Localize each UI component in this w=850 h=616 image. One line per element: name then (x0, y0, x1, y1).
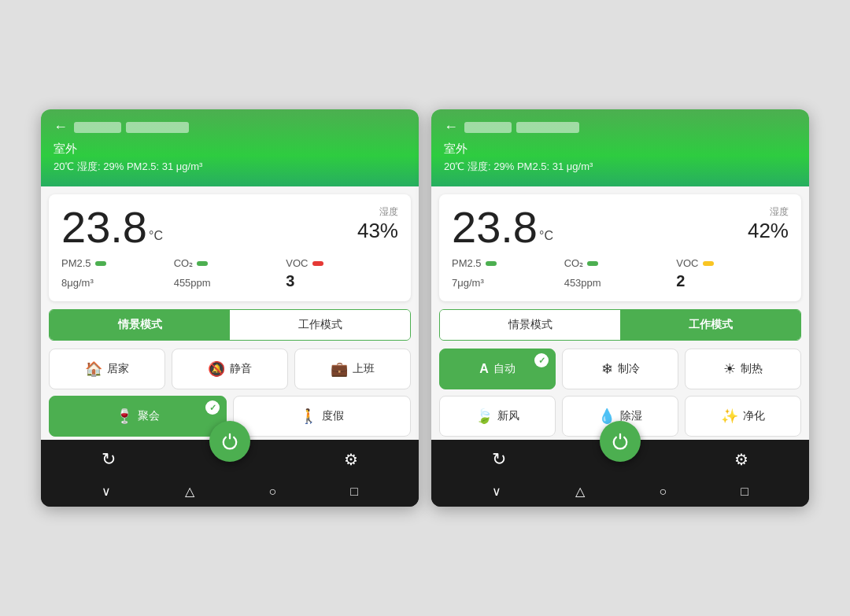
co2-label-1: CO₂ (174, 257, 194, 269)
power-button-1[interactable] (209, 421, 250, 462)
pm25-sensor-2: PM2.5 7μg/m³ (452, 257, 564, 290)
android-nav-1: ∨ △ ○ □ (41, 476, 419, 507)
heat-icon-2: ☀ (723, 360, 736, 378)
home-icon-1: 🏠 (85, 360, 102, 378)
cool-icon-2: ❄ (601, 360, 613, 378)
voc-value-1: 3 (286, 272, 398, 290)
temp-unit-2: °C (539, 229, 553, 243)
auto-label-2: 自动 (493, 362, 516, 376)
voc-dot-1 (312, 261, 323, 266)
check-badge-2: ✓ (534, 353, 549, 367)
bottom-nav-2: ↻ ⚙ ∨ △ ○ □ (431, 440, 809, 507)
mode-vacation-1[interactable]: 🚶 度假 (233, 396, 411, 437)
cool-label-2: 制冷 (618, 362, 640, 376)
humidity-label-2: 湿度 (748, 205, 789, 219)
vacation-label-1: 度假 (322, 409, 344, 423)
main-card-2: 23.8 °C 湿度 42% PM2.5 7μg/m³ CO₂ (439, 194, 801, 301)
android-back-2[interactable]: ∨ (492, 484, 501, 499)
outdoor-label-1: 室外 (54, 142, 406, 157)
co2-value-2: 453ppm (564, 272, 677, 290)
android-back-1[interactable]: ∨ (102, 484, 111, 499)
co2-value-1: 455ppm (174, 272, 286, 290)
heat-label-2: 制热 (741, 362, 763, 376)
humidity-label-1: 湿度 (357, 205, 398, 219)
voc-label-2: VOC (676, 257, 698, 269)
voc-value-2: 2 (676, 272, 789, 290)
tab-work-2[interactable]: 工作模式 (620, 310, 800, 340)
home-label-1: 居家 (107, 362, 129, 376)
tabs-1: 情景模式 工作模式 (49, 309, 411, 341)
mode-work-1[interactable]: 💼 上班 (294, 349, 411, 389)
power-button-2[interactable] (600, 421, 641, 462)
pm25-dot-1 (95, 261, 106, 266)
party-label-1: 聚会 (138, 409, 160, 423)
mode-purify-2[interactable]: ✨ 净化 (685, 396, 801, 437)
android-nav-2: ∨ △ ○ □ (431, 476, 809, 507)
android-recent-2[interactable]: ○ (659, 485, 667, 499)
phone-panel-2: ← 室外 20℃ 湿度: 29% PM2.5: 31 μg/m³ 23.8 °C… (431, 109, 809, 507)
silent-icon-1: 🔕 (208, 360, 225, 378)
voc-dot-2 (703, 261, 714, 266)
auto-icon-2: A (479, 362, 489, 376)
tab-scene-2[interactable]: 情景模式 (440, 310, 620, 340)
title-block-4 (516, 122, 579, 133)
pm25-sensor-1: PM2.5 8μg/m³ (61, 257, 174, 290)
pm25-label-1: PM2.5 (61, 257, 91, 269)
android-home-1[interactable]: △ (185, 484, 194, 499)
temperature-1: 23.8 (61, 205, 147, 249)
fresh-icon-2: 🍃 (475, 408, 493, 425)
purify-icon-2: ✨ (721, 408, 738, 425)
mode-fresh-2[interactable]: 🍃 新风 (439, 396, 556, 437)
android-home-2[interactable]: △ (575, 484, 585, 499)
pm25-dot-2 (486, 261, 497, 266)
mode-cool-2[interactable]: ❄ 制冷 (562, 349, 678, 389)
mode-auto-2[interactable]: A 自动 ✓ (439, 349, 556, 389)
main-card-1: 23.8 °C 湿度 43% PM2.5 8μg/m³ CO₂ (49, 194, 411, 301)
header-2: ← 室外 20℃ 湿度: 29% PM2.5: 31 μg/m³ (431, 109, 809, 186)
mode-home-1[interactable]: 🏠 居家 (49, 349, 165, 389)
title-block-3 (464, 122, 512, 133)
header-1: ← 室外 20℃ 湿度: 29% PM2.5: 31 μg/m³ (41, 109, 419, 186)
voc-sensor-2: VOC 2 (676, 257, 789, 290)
android-square-1[interactable]: □ (350, 485, 358, 499)
back-button-1[interactable]: ← (54, 119, 68, 135)
co2-dot-2 (587, 261, 598, 266)
work-row-top-2: A 自动 ✓ ❄ 制冷 ☀ 制热 (439, 349, 801, 389)
co2-sensor-2: CO₂ 453ppm (564, 257, 677, 290)
vacation-icon-1: 🚶 (300, 408, 317, 425)
voc-sensor-1: VOC 3 (286, 257, 398, 290)
refresh-button-1[interactable]: ↻ (102, 449, 116, 470)
temperature-2: 23.8 (452, 205, 538, 249)
temp-unit-1: °C (149, 229, 163, 243)
humidity-value-2: 42% (748, 219, 789, 243)
pm25-value-2: 7μg/m³ (452, 272, 564, 290)
refresh-button-2[interactable]: ↻ (492, 449, 506, 470)
silent-label-1: 静音 (230, 362, 252, 376)
mode-heat-2[interactable]: ☀ 制热 (685, 349, 801, 389)
outdoor-label-2: 室外 (444, 142, 796, 157)
humidity-value-1: 43% (357, 219, 398, 243)
fresh-label-2: 新风 (497, 409, 519, 423)
tab-scene-1[interactable]: 情景模式 (50, 310, 230, 340)
purify-label-2: 净化 (743, 409, 765, 423)
android-recent-1[interactable]: ○ (268, 485, 276, 499)
pm25-value-1: 8μg/m³ (61, 272, 174, 290)
title-block-2 (126, 122, 189, 133)
pm25-label-2: PM2.5 (452, 257, 482, 269)
outdoor-stats-2: 20℃ 湿度: 29% PM2.5: 31 μg/m³ (444, 160, 796, 174)
mode-party-1[interactable]: 🍷 聚会 ✓ (49, 396, 227, 437)
scene-row-top-1: 🏠 居家 🔕 静音 💼 上班 (49, 349, 411, 389)
party-icon-1: 🍷 (116, 408, 133, 425)
phone-panel-1: ← 室外 20℃ 湿度: 29% PM2.5: 31 μg/m³ 23.8 °C… (41, 109, 419, 507)
android-square-2[interactable]: □ (741, 485, 748, 499)
voc-label-1: VOC (286, 257, 308, 269)
tabs-2: 情景模式 工作模式 (439, 309, 801, 341)
settings-button-2[interactable]: ⚙ (734, 450, 748, 469)
settings-button-1[interactable]: ⚙ (344, 450, 358, 469)
mode-silent-1[interactable]: 🔕 静音 (172, 349, 288, 389)
tab-work-1[interactable]: 工作模式 (230, 310, 410, 340)
work-label-1: 上班 (353, 362, 375, 376)
check-badge-1: ✓ (205, 400, 220, 415)
title-block-1 (74, 122, 121, 133)
back-button-2[interactable]: ← (444, 119, 458, 135)
